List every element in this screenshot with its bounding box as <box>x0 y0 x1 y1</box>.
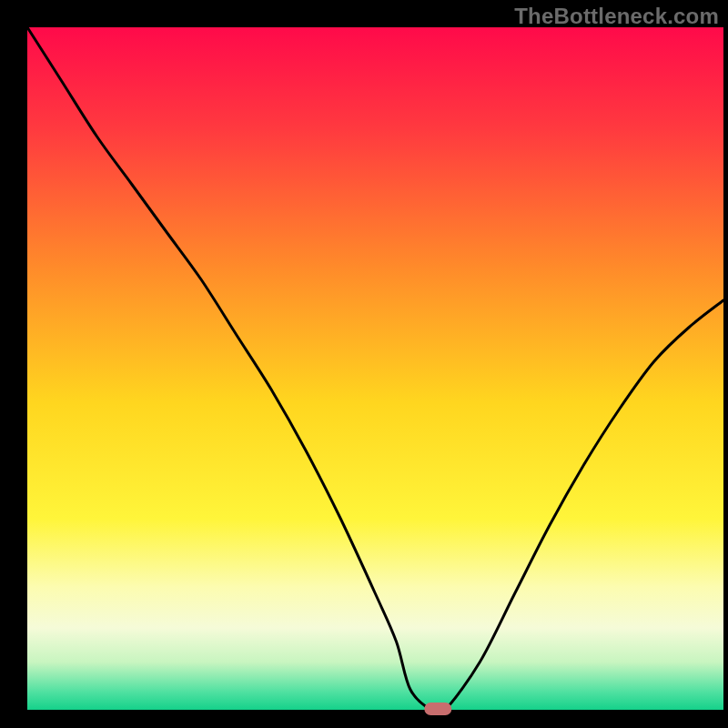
bottleneck-chart <box>0 0 728 728</box>
watermark-text: TheBottleneck.com <box>514 4 719 29</box>
chart-gradient-background <box>27 27 723 710</box>
optimal-point-marker <box>424 703 451 715</box>
chart-frame: TheBottleneck.com <box>0 0 728 728</box>
